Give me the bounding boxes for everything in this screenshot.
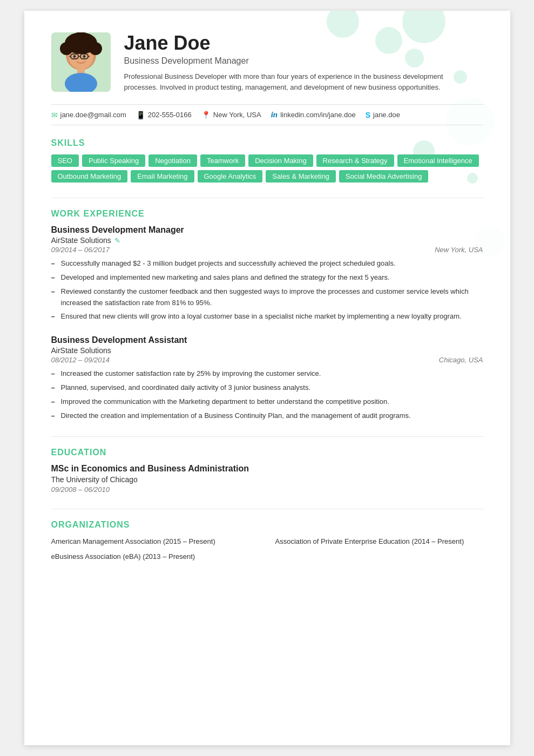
skill-tag: Social Media Advertising	[339, 170, 429, 183]
edu-degree: MSc in Economics and Business Administra…	[51, 464, 483, 474]
skill-tag: Emotional Intelligence	[397, 154, 479, 167]
skill-tag: Sales & Marketing	[266, 170, 336, 183]
org-item: Association of Private Enterprise Educat…	[275, 536, 483, 547]
contact-linkedin: in linkedin.com/in/jane.doe	[271, 110, 356, 119]
divider-3	[51, 509, 483, 509]
email-icon: ✉	[51, 111, 58, 119]
job-title: Business Development Assistant	[51, 335, 483, 345]
candidate-name: Jane Doe	[124, 32, 483, 54]
job-location: Chicago, USA	[439, 356, 483, 364]
email-text: jane.doe@gmail.com	[60, 111, 126, 119]
job-company-row: AirState Solutions✎	[51, 236, 483, 245]
skill-tag: Teamwork	[200, 154, 245, 167]
education-container: MSc in Economics and Business Administra…	[51, 464, 483, 494]
jobs-container: Business Development ManagerAirState Sol…	[51, 225, 483, 421]
job-title: Business Development Manager	[51, 225, 483, 235]
phone-text: 202-555-0166	[148, 111, 192, 119]
orgs-container: American Management Association (2015 – …	[51, 536, 483, 562]
skill-tag: Research & Strategy	[316, 154, 394, 167]
location-text: New York, USA	[213, 111, 261, 119]
job-bullet: Improved the communication with the Mark…	[51, 396, 483, 408]
job-meta-row: 08/2012 – 09/2014Chicago, USA	[51, 356, 483, 364]
work-experience-title: WORK EXPERIENCE	[51, 209, 483, 219]
header-info: Jane Doe Business Development Manager Pr…	[124, 32, 483, 93]
svg-point-11	[83, 55, 85, 58]
skills-container: SEOPublic SpeakingNegotiationTeamworkDec…	[51, 154, 483, 183]
skill-tag: Google Analytics	[198, 170, 263, 183]
svg-point-10	[73, 55, 76, 58]
education-section-title: EDUCATION	[51, 448, 483, 457]
job-bullet: Ensured that new clients will grow into …	[51, 311, 483, 322]
skills-section: SKILLS SEOPublic SpeakingNegotiationTeam…	[51, 138, 483, 183]
job-bullet: Developed and implemented new marketing …	[51, 272, 483, 284]
svg-point-15	[60, 42, 73, 55]
location-icon: 📍	[201, 111, 211, 119]
phone-icon: 📱	[136, 111, 145, 119]
skill-tag: Decision Making	[248, 154, 313, 167]
edu-dates: 09/2008 – 06/2010	[51, 485, 483, 494]
contact-skype: S jane.doe	[366, 111, 400, 119]
contact-bar: ✉ jane.doe@gmail.com 📱 202-555-0166 📍 Ne…	[51, 104, 483, 125]
edu-school: The University of Chicago	[51, 475, 483, 484]
job-bullet: Planned, supervised, and coordinated dai…	[51, 382, 483, 394]
header-section: Jane Doe Business Development Manager Pr…	[51, 32, 483, 93]
job-location: New York, USA	[435, 246, 483, 254]
skill-tag: Public Speaking	[82, 154, 145, 167]
education-section: EDUCATION MSc in Economics and Business …	[51, 448, 483, 494]
job-bullets: Successfully managed $2 - 3 million budg…	[51, 258, 483, 322]
job-meta-row: 09/2014 – 06/2017New York, USA	[51, 246, 483, 254]
linkedin-icon: in	[271, 110, 278, 119]
contact-email: ✉ jane.doe@gmail.com	[51, 111, 126, 119]
divider-2	[51, 436, 483, 437]
external-link-icon[interactable]: ✎	[114, 237, 120, 245]
candidate-title: Business Development Manager	[124, 56, 483, 66]
contact-location: 📍 New York, USA	[201, 111, 261, 119]
organizations-section: ORGANIZATIONS American Management Associ…	[51, 520, 483, 562]
skill-tag: Negotiation	[148, 154, 197, 167]
job-company: AirState Solutions	[51, 346, 111, 355]
job-company: AirState Solutions	[51, 236, 111, 245]
job-bullets: Increased the customer satisfaction rate…	[51, 368, 483, 421]
resume-container: Jane Doe Business Development Manager Pr…	[24, 11, 510, 745]
skill-tag: Email Marketing	[131, 170, 194, 183]
skype-icon: S	[366, 111, 370, 119]
org-item: American Management Association (2015 – …	[51, 536, 259, 547]
divider	[51, 198, 483, 198]
avatar	[51, 32, 111, 92]
candidate-summary: Professional Business Developer with mor…	[124, 71, 448, 94]
organizations-section-title: ORGANIZATIONS	[51, 520, 483, 530]
contact-phone: 📱 202-555-0166	[136, 111, 192, 119]
job-bullet: Reviewed constantly the customer feedbac…	[51, 286, 483, 309]
linkedin-text: linkedin.com/in/jane.doe	[280, 111, 355, 119]
job-bullet: Directed the creation and implementation…	[51, 410, 483, 422]
job-dates: 09/2014 – 06/2017	[51, 246, 110, 254]
job-bullet: Successfully managed $2 - 3 million budg…	[51, 258, 483, 269]
job-dates: 08/2012 – 09/2014	[51, 356, 110, 364]
skills-section-title: SKILLS	[51, 138, 483, 148]
svg-point-16	[89, 42, 102, 55]
job-company-row: AirState Solutions	[51, 346, 483, 355]
job-item: Business Development AssistantAirState S…	[51, 335, 483, 421]
skill-tag: SEO	[51, 154, 79, 167]
job-bullet: Increased the customer satisfaction rate…	[51, 368, 483, 380]
skype-text: jane.doe	[373, 111, 400, 119]
skill-tag: Outbound Marketing	[51, 170, 128, 183]
org-item: eBusiness Association (eBA) (2013 – Pres…	[51, 551, 259, 562]
job-item: Business Development ManagerAirState Sol…	[51, 225, 483, 322]
work-experience-section: WORK EXPERIENCE Business Development Man…	[51, 209, 483, 421]
education-entry: MSc in Economics and Business Administra…	[51, 464, 483, 494]
